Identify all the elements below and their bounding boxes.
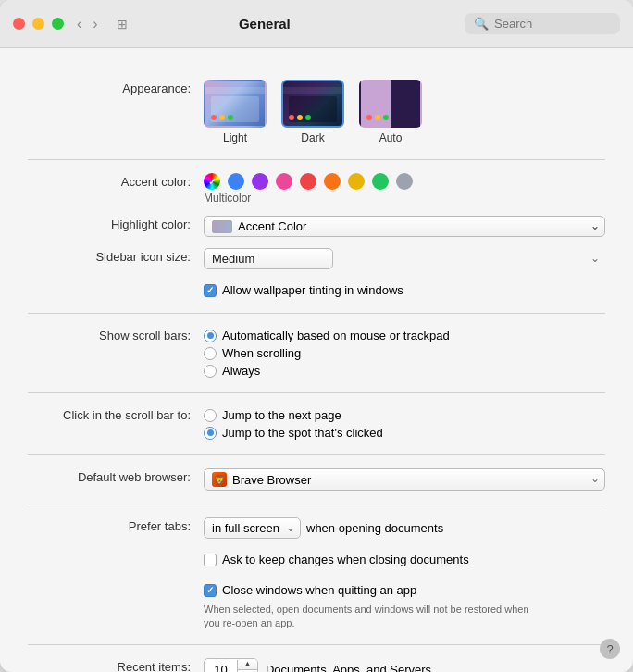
accent-green[interactable] [372, 173, 389, 190]
click-scroll-section: Click in the scroll bar to: Jump to the … [0, 401, 633, 447]
scroll-auto-row[interactable]: Automatically based on mouse or trackpad [204, 327, 605, 344]
brave-select[interactable]: 🦁 Brave Browser [204, 468, 605, 491]
scroll-always-row[interactable]: Always [204, 362, 605, 380]
minimize-button[interactable] [32, 18, 44, 30]
accent-red[interactable] [300, 173, 316, 190]
click-scroll-label: Click in the scroll bar to: [28, 406, 204, 422]
appearance-label: Appearance: [28, 80, 204, 95]
window-title: General [65, 16, 465, 31]
scroll-when-radio[interactable] [204, 347, 217, 360]
highlight-color-label: Highlight color: [28, 216, 204, 231]
click-next-row[interactable]: Jump to the next page [204, 406, 605, 424]
sidebar-icon-size-select[interactable]: Small Medium Large [204, 248, 333, 269]
dark-thumb [281, 80, 344, 128]
recent-items-stepper[interactable]: 10 ▲ ▼ [204, 658, 258, 672]
click-spot-label: Jump to the spot that's clicked [222, 426, 383, 440]
dark-label: Dark [301, 131, 324, 144]
divider-5 [28, 504, 605, 504]
highlight-value: Accent Color [238, 219, 306, 233]
close-button[interactable] [13, 18, 25, 30]
sidebar-select-wrapper[interactable]: Small Medium Large [204, 248, 605, 269]
appearance-light[interactable]: Light [204, 80, 267, 144]
close-windows-checkbox[interactable] [204, 584, 217, 597]
appearance-auto[interactable]: Auto [359, 80, 422, 144]
scroll-bars-label: Show scroll bars: [28, 327, 204, 342]
recent-items-section: Recent items: 10 ▲ ▼ Documents, Apps, an… [0, 653, 633, 672]
scroll-bars-control: Automatically based on mouse or trackpad… [204, 327, 605, 380]
highlight-select-wrapper[interactable]: Accent Color ⌄ [204, 216, 605, 237]
accent-color-section: Accent color: Multicolor [0, 168, 633, 210]
scroll-always-radio[interactable] [204, 365, 217, 378]
scroll-when-label: When scrolling [222, 346, 301, 360]
divider-6 [28, 644, 605, 645]
brave-icon: 🦁 [212, 472, 227, 487]
close-windows-text: Close windows when quitting an app [222, 583, 416, 597]
multicolor-label: Multicolor [204, 192, 605, 205]
highlight-color-section: Highlight color: Accent Color ⌄ [0, 210, 633, 243]
accent-graphite[interactable] [396, 173, 413, 190]
light-thumb [204, 80, 267, 128]
wallpaper-tinting-row[interactable]: Allow wallpaper tinting in windows [204, 280, 605, 300]
scroll-when-row[interactable]: When scrolling [204, 344, 605, 362]
search-input[interactable] [494, 17, 611, 31]
search-bar[interactable]: 🔍 [465, 13, 620, 34]
prefer-tabs-label: Prefer tabs: [28, 517, 204, 533]
brave-select-wrapper[interactable]: 🦁 Brave Browser ⌄ [204, 468, 605, 491]
accent-blue[interactable] [228, 173, 244, 190]
prefer-tabs-row: always in full screen never ⌄ when openi… [204, 517, 605, 539]
ask-keep-changes-control: Ask to keep changes when closing documen… [204, 550, 605, 569]
accent-multicolor[interactable] [204, 173, 220, 190]
click-next-label: Jump to the next page [222, 408, 341, 422]
highlight-swatch [212, 220, 232, 233]
scroll-auto-radio[interactable] [204, 330, 217, 342]
traffic-lights [13, 18, 64, 30]
sidebar-icon-size-label: Sidebar icon size: [28, 248, 204, 264]
scroll-auto-label: Automatically based on mouse or trackpad [222, 329, 450, 342]
appearance-options: Light Dark [204, 80, 605, 144]
stepper-buttons: ▲ ▼ [238, 659, 257, 672]
brave-browser-label: Brave Browser [232, 473, 311, 487]
scroll-bars-section: Show scroll bars: Automatically based on… [0, 321, 633, 385]
accent-pink[interactable] [276, 173, 292, 190]
appearance-control: Light Dark [204, 80, 605, 144]
stepper-up[interactable]: ▲ [238, 659, 257, 670]
wallpaper-tinting-label-empty [28, 280, 204, 282]
divider-2 [28, 313, 605, 314]
appearance-dark[interactable]: Dark [281, 80, 344, 144]
accent-orange[interactable] [324, 173, 341, 190]
accent-color-label: Accent color: [28, 173, 204, 189]
accent-purple[interactable] [252, 173, 268, 190]
click-spot-radio[interactable] [204, 427, 217, 440]
wallpaper-tinting-section: Allow wallpaper tinting in windows [0, 275, 633, 305]
help-button[interactable]: ? [600, 639, 620, 659]
prefer-tabs-section: Prefer tabs: always in full screen never… [0, 512, 633, 544]
click-next-radio[interactable] [204, 409, 217, 422]
ask-keep-changes-label-empty [28, 550, 204, 552]
prefer-tabs-suffix: when opening documents [306, 521, 443, 535]
ask-keep-changes-checkbox[interactable] [204, 554, 217, 566]
divider-1 [28, 159, 605, 160]
accent-yellow[interactable] [348, 173, 365, 190]
close-windows-row[interactable]: Close windows when quitting an app [204, 580, 605, 600]
ask-keep-changes-row[interactable]: Ask to keep changes when closing documen… [204, 550, 605, 569]
click-scroll-control: Jump to the next page Jump to the spot t… [204, 406, 605, 442]
prefer-tabs-select[interactable]: always in full screen never [204, 517, 301, 539]
wallpaper-tinting-checkbox[interactable] [204, 284, 217, 297]
auto-label: Auto [379, 131, 403, 144]
close-windows-control: Close windows when quitting an app When … [204, 580, 605, 631]
recent-items-control: 10 ▲ ▼ Documents, Apps, and Servers [204, 658, 605, 672]
accent-color-swatches [204, 173, 605, 190]
content-area: Appearance: L [0, 48, 633, 672]
sidebar-icon-size-section: Sidebar icon size: Small Medium Large [0, 243, 633, 275]
close-windows-section: Close windows when quitting an app When … [0, 575, 633, 637]
click-spot-row[interactable]: Jump to the spot that's clicked [204, 424, 605, 442]
search-icon: 🔍 [474, 17, 489, 31]
wallpaper-tinting-control: Allow wallpaper tinting in windows [204, 280, 605, 300]
maximize-button[interactable] [52, 18, 64, 30]
default-browser-control: 🦁 Brave Browser ⌄ [204, 468, 605, 491]
appearance-section: Appearance: L [0, 67, 633, 152]
titlebar: ‹ › ⊞ General 🔍 [0, 0, 633, 48]
wallpaper-tinting-text: Allow wallpaper tinting in windows [222, 283, 403, 297]
tabs-select-wrapper[interactable]: always in full screen never ⌄ [204, 517, 301, 539]
highlight-select[interactable]: Accent Color [204, 216, 605, 237]
